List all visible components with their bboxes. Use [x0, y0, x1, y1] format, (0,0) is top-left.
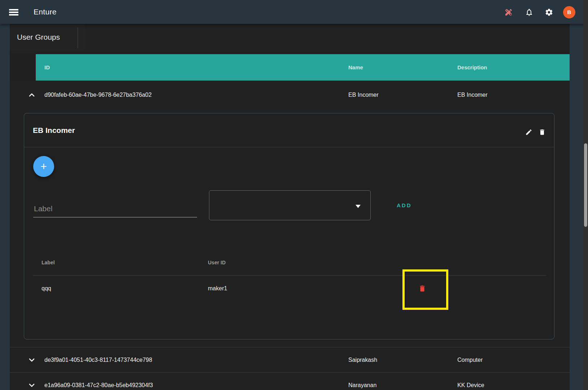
settings-icon[interactable] [545, 8, 553, 17]
menu-icon[interactable] [9, 9, 18, 16]
panel-header-divider [24, 147, 554, 147]
screen: Enture B User Groups ID Name Description… [0, 0, 588, 390]
left-gutter [0, 24, 10, 390]
row-id: e1a96a09-0381-47c2-80ae-b5eb492304f3 [44, 373, 153, 390]
row-name: Narayanan [348, 373, 376, 390]
table-header: ID Name Description [36, 54, 570, 81]
chevron-down-icon[interactable] [27, 381, 36, 390]
member-user-id: maker1 [208, 278, 227, 299]
chevron-up-icon[interactable] [27, 91, 36, 99]
table-row[interactable]: e1a96a09-0381-47c2-80ae-b5eb492304f3 Nar… [10, 373, 570, 390]
tab-divider [78, 27, 78, 48]
design-services-icon[interactable] [504, 8, 513, 17]
add-button[interactable]: ADD [394, 198, 415, 213]
members-header-divider [33, 275, 546, 276]
user-select[interactable] [209, 190, 371, 220]
row-id: d90fafeb-60ae-47be-9678-6e27ba376a02 [44, 81, 152, 109]
scrollbar-track[interactable] [583, 0, 588, 390]
row-id: de3f9a01-4051-40c3-8117-1473744ce798 [44, 347, 152, 372]
scrollbar-thumb[interactable] [584, 143, 587, 227]
members-column-user-id: User ID [208, 256, 226, 269]
add-member-fab[interactable]: + [33, 156, 54, 177]
right-gutter [570, 24, 583, 390]
notifications-icon[interactable] [525, 8, 533, 17]
label-input[interactable] [33, 200, 197, 217]
column-header-id: ID [44, 54, 50, 81]
row-description: EB Incomer [457, 81, 488, 109]
row-description: Computer [457, 347, 483, 372]
member-label: qqq [42, 278, 51, 299]
column-header-name: Name [348, 54, 363, 81]
row-name: EB Incomer [348, 81, 379, 109]
row-description: KK Device [457, 373, 484, 390]
panel-title: EB Incomer [33, 113, 75, 147]
table-row[interactable]: d90fafeb-60ae-47be-9678-6e27ba376a02 EB … [10, 81, 570, 109]
chevron-down-icon[interactable] [27, 356, 36, 364]
app-bar: Enture B [0, 0, 588, 24]
column-header-description: Description [457, 54, 487, 81]
delete-member-icon[interactable] [418, 285, 426, 292]
table-header-expand-column [10, 54, 36, 81]
members-column-label: Label [42, 256, 55, 269]
row-name: Saiprakash [348, 347, 377, 372]
tab-user-groups[interactable]: User Groups [10, 24, 85, 51]
table-row[interactable]: de3f9a01-4051-40c3-8117-1473744ce798 Sai… [10, 347, 570, 372]
edit-icon[interactable] [525, 129, 532, 136]
chevron-down-icon[interactable] [356, 205, 361, 208]
delete-group-icon[interactable] [539, 129, 546, 136]
group-detail-panel: EB Incomer + ADD Label User ID qqq maker… [24, 113, 554, 339]
avatar[interactable]: B [563, 6, 575, 18]
app-title: Enture [34, 0, 57, 24]
